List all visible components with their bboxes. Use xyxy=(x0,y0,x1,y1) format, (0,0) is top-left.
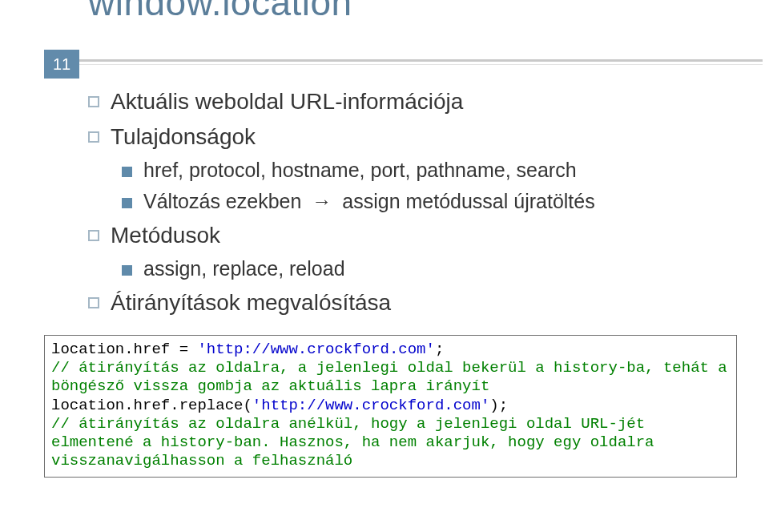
square-bullet-icon xyxy=(88,131,99,143)
bullet-properties: Tulajdonságok xyxy=(88,122,747,152)
bullet-methods-list: assign, replace, reload xyxy=(122,256,747,283)
arrow-icon: → xyxy=(307,190,336,212)
code-comment-2: // átirányítás az oldalra anélkül, hogy … xyxy=(51,415,730,471)
code-text: location.href.replace( xyxy=(51,397,252,414)
bullet-methods: Metódusok xyxy=(88,220,747,251)
code-string: 'http://www.crockford.com' xyxy=(252,397,489,414)
title-separator-thin xyxy=(79,64,763,65)
bullet-text: Átirányítások megvalósítása xyxy=(111,288,391,318)
text-pre-arrow: Változás ezekben xyxy=(143,190,301,212)
title-separator-thick xyxy=(79,59,763,62)
bullet-redirects: Átirányítások megvalósítása xyxy=(88,288,747,318)
square-bullet-icon xyxy=(88,230,99,241)
square-bullet-icon xyxy=(88,297,99,308)
code-example-box: location.href = 'http://www.crockford.co… xyxy=(44,335,737,478)
square-bullet-icon xyxy=(88,96,99,107)
slide: window.location 11 Aktuális weboldal URL… xyxy=(0,0,769,532)
bullet-properties-list: href, protocol, hostname, port, pathname… xyxy=(122,157,747,184)
filled-square-bullet-icon xyxy=(122,198,132,208)
bullet-text: Metódusok xyxy=(111,220,220,251)
bullet-properties-change: Változás ezekben → assign metódussal újr… xyxy=(122,188,747,216)
slide-title: window.location xyxy=(88,0,352,24)
code-string: 'http://www.crockford.com' xyxy=(197,341,434,358)
code-line-2: location.href.replace('http://www.crockf… xyxy=(51,397,730,415)
bullet-text: Aktuális weboldal URL-információja xyxy=(111,87,463,117)
filled-square-bullet-icon xyxy=(122,265,132,276)
page-number-badge: 11 xyxy=(44,50,79,79)
bullet-url-info: Aktuális weboldal URL-információja xyxy=(88,87,747,117)
bullet-text: href, protocol, hostname, port, pathname… xyxy=(143,157,577,184)
code-text: ; xyxy=(435,341,444,358)
bullet-text: Változás ezekben → assign metódussal újr… xyxy=(143,188,595,216)
code-text: ); xyxy=(489,397,508,414)
code-text: location.href = xyxy=(51,341,197,358)
code-line-1: location.href = 'http://www.crockford.co… xyxy=(51,341,730,359)
text-post-arrow: assign metódussal újratöltés xyxy=(342,190,594,212)
content-area: Aktuális weboldal URL-információja Tulaj… xyxy=(88,87,747,322)
bullet-text: Tulajdonságok xyxy=(111,122,256,152)
filled-square-bullet-icon xyxy=(122,167,132,177)
code-comment-1: // átirányítás az oldalra, a jelenlegi o… xyxy=(51,359,730,396)
bullet-text: assign, replace, reload xyxy=(143,256,345,283)
